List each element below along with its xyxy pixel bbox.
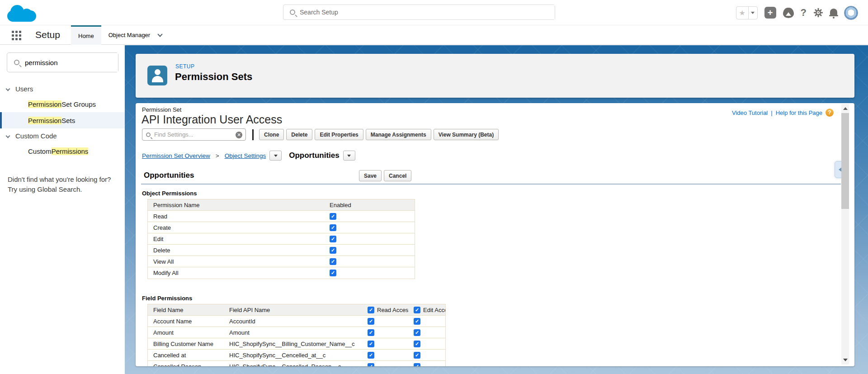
delete-button[interactable]: Delete bbox=[286, 129, 312, 140]
trailhead-icon[interactable] bbox=[783, 8, 794, 18]
breadcrumb-current: Opportunities bbox=[289, 151, 339, 160]
page-header-card: SETUP Permission Sets bbox=[136, 54, 854, 98]
save-cancel-group: Save Cancel bbox=[359, 170, 414, 181]
clear-search-icon[interactable]: ✕ bbox=[236, 132, 242, 138]
edit-access-cell bbox=[408, 329, 445, 336]
read-access-all-checkbox[interactable] bbox=[368, 307, 374, 313]
edit-properties-button[interactable]: Edit Properties bbox=[315, 129, 363, 140]
quick-add-icon[interactable]: + bbox=[764, 7, 776, 19]
setup-sidebar: Users Permission Set Groups Permission S… bbox=[0, 45, 125, 374]
user-avatar[interactable] bbox=[844, 6, 858, 20]
tab-label: Object Manager bbox=[108, 32, 151, 38]
permission-name-cell: Delete bbox=[148, 247, 324, 254]
edit-access-all-checkbox[interactable] bbox=[414, 307, 420, 313]
find-settings-input[interactable] bbox=[151, 131, 245, 138]
field-api-name-cell: HIC_ShopifySync__Cancelled_Reason__c bbox=[224, 363, 362, 366]
column-header: Enabled bbox=[324, 202, 415, 208]
enabled-checkbox[interactable] bbox=[330, 270, 336, 276]
search-icon bbox=[146, 133, 151, 137]
edit-access-checkbox[interactable] bbox=[414, 329, 420, 336]
manage-assignments-button[interactable]: Manage Assignments bbox=[366, 129, 431, 140]
field-api-name-cell: AccountId bbox=[224, 318, 362, 325]
enabled-cell bbox=[324, 224, 415, 231]
video-tutorial-link[interactable]: Video Tutorial bbox=[732, 109, 768, 116]
enabled-checkbox[interactable] bbox=[330, 213, 336, 220]
sidebar-group-users[interactable]: Users bbox=[0, 81, 125, 96]
scroll-down-arrow-icon[interactable] bbox=[843, 359, 848, 361]
enabled-checkbox[interactable] bbox=[330, 247, 336, 254]
field-api-name-cell: HIC_ShopifySync__Cencelled_at__c bbox=[224, 352, 362, 359]
global-search-input[interactable] bbox=[295, 5, 555, 19]
notifications-bell-icon[interactable] bbox=[830, 9, 837, 15]
gear-icon[interactable] bbox=[813, 8, 823, 18]
vertical-scrollbar bbox=[841, 104, 849, 365]
read-access-checkbox[interactable] bbox=[368, 341, 374, 347]
column-header-label: Edit Access bbox=[423, 307, 445, 313]
enabled-checkbox[interactable] bbox=[330, 258, 336, 265]
search-highlight: Permission bbox=[28, 117, 61, 124]
sidebar-group-custom-code[interactable]: Custom Code bbox=[0, 128, 125, 143]
sidebar-item-permission-set-groups[interactable]: Permission Set Groups bbox=[0, 96, 125, 112]
read-access-cell bbox=[362, 329, 408, 336]
favorites-caret-button[interactable] bbox=[749, 7, 757, 19]
enabled-checkbox[interactable] bbox=[330, 236, 336, 242]
detail-toolbar: ✕ Clone Delete Edit Properties Manage As… bbox=[142, 128, 501, 141]
help-icon[interactable]: ? bbox=[801, 7, 807, 19]
entity-type-label: Permission Set bbox=[142, 106, 181, 113]
save-button[interactable]: Save bbox=[359, 170, 382, 181]
table-row: Read bbox=[148, 211, 415, 222]
cancel-button[interactable]: Cancel bbox=[384, 170, 411, 181]
help-orange-icon[interactable]: ? bbox=[826, 109, 834, 117]
item-text: Custom bbox=[28, 147, 52, 155]
view-summary-button[interactable]: View Summary (Beta) bbox=[434, 129, 499, 140]
find-settings-box: ✕ bbox=[142, 128, 246, 141]
column-header-label: Read Access bbox=[377, 307, 408, 313]
field-api-name-cell: HIC_ShopifySync__Billing_Customer_Name__… bbox=[224, 341, 362, 347]
setup-eyebrow: SETUP bbox=[175, 63, 195, 70]
breadcrumb-overview-link[interactable]: Permission Set Overview bbox=[142, 152, 210, 159]
salesforce-logo-icon bbox=[7, 3, 37, 22]
column-header: Permission Name bbox=[148, 202, 324, 208]
read-access-checkbox[interactable] bbox=[368, 352, 374, 359]
breadcrumb-object-settings-link[interactable]: Object Settings bbox=[225, 152, 266, 159]
edit-access-checkbox[interactable] bbox=[414, 352, 420, 359]
salesforce-setup-app: ★ + ? Setup Home bbox=[0, 0, 868, 374]
object-settings-dropdown-button[interactable] bbox=[269, 151, 282, 161]
scrollbar-thumb[interactable] bbox=[841, 113, 849, 209]
global-header: ★ + ? bbox=[0, 0, 868, 25]
tab-object-manager[interactable]: Object Manager bbox=[101, 25, 170, 45]
enabled-checkbox[interactable] bbox=[330, 224, 336, 231]
edit-access-checkbox[interactable] bbox=[414, 341, 420, 347]
tab-home[interactable]: Home bbox=[71, 25, 101, 45]
help-for-this-page-link[interactable]: Help for this Page bbox=[776, 109, 822, 116]
chevron-down-icon bbox=[347, 155, 351, 157]
group-label: Users bbox=[15, 85, 33, 93]
section-divider bbox=[141, 184, 841, 185]
permission-set-detail-card: Video Tutorial | Help for this Page ? Pe… bbox=[136, 103, 854, 366]
clone-button[interactable]: Clone bbox=[259, 129, 284, 140]
sidebar-search-input[interactable] bbox=[19, 53, 118, 72]
opportunities-dropdown-button[interactable] bbox=[343, 151, 355, 161]
chevron-down-icon bbox=[6, 133, 10, 138]
setup-app-label: Setup bbox=[35, 29, 60, 40]
sidebar-quick-find bbox=[7, 52, 118, 72]
read-access-checkbox[interactable] bbox=[368, 363, 374, 366]
scroll-up-arrow-icon[interactable] bbox=[843, 107, 848, 110]
nav-tabs: Home Object Manager bbox=[71, 25, 169, 45]
edit-access-cell bbox=[408, 341, 445, 347]
table-row: Account NameAccountId bbox=[148, 316, 445, 327]
edit-access-checkbox[interactable] bbox=[414, 363, 420, 366]
read-access-checkbox[interactable] bbox=[368, 318, 374, 325]
enabled-cell bbox=[324, 270, 415, 276]
sidebar-item-custom-permissions[interactable]: Custom Permissions bbox=[0, 143, 125, 159]
favorites-star-icon[interactable]: ★ bbox=[736, 7, 749, 19]
read-access-checkbox[interactable] bbox=[368, 329, 374, 336]
field-name-cell: Account Name bbox=[148, 318, 224, 325]
sidebar-item-permission-sets[interactable]: Permission Sets bbox=[0, 112, 125, 128]
edit-access-checkbox[interactable] bbox=[414, 318, 420, 325]
table-row: Modify All bbox=[148, 267, 415, 279]
page-body: Users Permission Set Groups Permission S… bbox=[0, 45, 868, 374]
item-text: Set Groups bbox=[61, 100, 96, 108]
app-launcher-icon[interactable] bbox=[12, 31, 21, 40]
help-links: Video Tutorial | Help for this Page ? bbox=[732, 109, 834, 117]
